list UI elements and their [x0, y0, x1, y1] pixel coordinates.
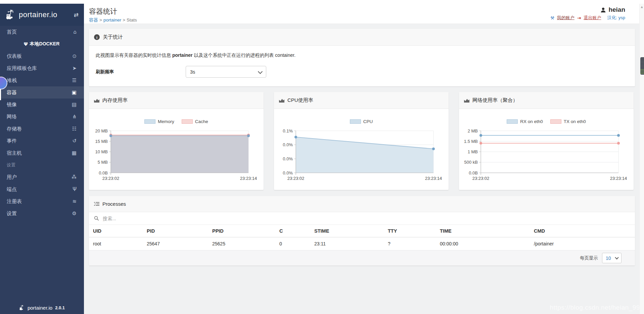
footer-logo-text: portainer.io [28, 305, 52, 311]
dashboard-icon: ⊙ [72, 53, 77, 59]
column-header-pid[interactable]: PID [143, 225, 208, 237]
sidebar-item-host[interactable]: 宿主机▦ [0, 147, 84, 159]
column-header-cmd[interactable]: CMD [530, 225, 635, 237]
svg-text:23:23:14: 23:23:14 [425, 176, 442, 181]
sidebar-item-label: 用户 [7, 174, 17, 181]
memory-usage-panel: 内存使用率 MemoryCache 20 MB15 MB10 MB5 MB0.0… [89, 92, 264, 190]
column-header-ppid[interactable]: PPID [208, 225, 275, 237]
browser-extension-handle[interactable] [640, 57, 644, 75]
network-icon: ⋔ [72, 114, 77, 120]
table-body: root2564725625023:11?00:00:00/portainer [89, 237, 635, 250]
sidebar-section-label: 设置 [0, 159, 84, 171]
legend-item: CPU [350, 119, 373, 124]
sidebar-item-images[interactable]: 镜像▤ [0, 99, 84, 111]
area-chart-icon [279, 98, 284, 103]
svg-text:23:23:02: 23:23:02 [102, 176, 120, 181]
network-chart: 2 MB1.5 MB1 MB500 kB0.0B23:23:0223:23:14 [459, 126, 634, 184]
user-links-row: ⚒ 我的账户 ⇥ 退出账户 汉化: ysp [550, 15, 625, 21]
sidebar-item-templates[interactable]: 应用模板仓库➤ [0, 62, 84, 74]
history-icon: ↺ [72, 138, 77, 144]
network-panel-header: 网络使用率（聚合） [459, 92, 634, 109]
gear-icon: ⚙ [72, 210, 77, 217]
svg-text:23:23:02: 23:23:02 [472, 176, 490, 181]
rocket-icon: ➤ [72, 65, 77, 71]
column-header-stime[interactable]: STIME [310, 225, 384, 237]
info-icon: i [94, 34, 100, 40]
sidebar-item-label: 存储卷 [7, 126, 22, 132]
chart-legend: CPU [274, 119, 449, 124]
sidebar-item-label: 首页 [7, 29, 17, 35]
content-area: i 关于统计 此视图显示有关容器的实时统计信息 portainer 以及这个系统… [84, 24, 644, 314]
scrollbar-up-arrow-icon[interactable]: ▲ [640, 4, 644, 8]
breadcrumb-link-containers[interactable]: 容器 [89, 17, 98, 23]
sidebar-item-dashboard[interactable]: 仪表板⊙ [0, 50, 84, 62]
page-size-label: 每页显示 [580, 255, 598, 261]
sidebar-item-events[interactable]: 事件↺ [0, 135, 84, 147]
sidebar-item-endpoints[interactable]: 端点Ψ [0, 183, 84, 195]
sidebar-item-settings[interactable]: 设置⚙ [0, 207, 84, 220]
processes-panel: Processes UIDPIDPPIDCSTIMETTYTIMECMD roo… [89, 196, 635, 266]
table-header-row: UIDPIDPPIDCSTIMETTYTIMECMD [89, 225, 635, 237]
sidebar-item-containers[interactable]: 容器▣ [0, 86, 84, 99]
sidebar-item-volumes[interactable]: 存储卷☷ [0, 123, 84, 135]
username: heian [608, 6, 625, 13]
sidebar-item-users[interactable]: 用户⁂ [0, 171, 84, 183]
column-header-tty[interactable]: TTY [384, 225, 436, 237]
search-input[interactable] [102, 215, 630, 222]
svg-text:0.0B: 0.0B [99, 170, 108, 175]
endpoint-plug-icon: Ψ [73, 186, 77, 192]
table-cell: /portainer [530, 237, 635, 250]
breadcrumb-link-container[interactable]: portainer [103, 17, 121, 23]
table-cell: root [89, 237, 143, 250]
sidebar-item-label: 本地DOCKER [30, 41, 60, 47]
refresh-rate-label: 刷新频率 [96, 69, 186, 75]
memory-panel-title: 内存使用率 [102, 97, 128, 104]
main-area: 容器统计 容器>portainer>Stats heian ⚒ 我的账户 ⇥ 退… [84, 4, 644, 314]
sidebar-item-label: 宿主机 [7, 150, 22, 156]
processes-panel-title: Processes [102, 201, 126, 207]
search-icon [94, 216, 99, 221]
logout-link[interactable]: 退出账户 [584, 15, 601, 21]
sidebar-item-label: 应用模板仓库 [7, 65, 37, 72]
my-account-link[interactable]: 我的账户 [557, 15, 574, 21]
svg-text:0.0%: 0.0% [283, 156, 293, 161]
about-stats-panel: i 关于统计 此视图显示有关容器的实时统计信息 portainer 以及这个系统… [89, 29, 635, 86]
sidebar-item-home[interactable]: 首页⌂ [0, 26, 84, 38]
sidebar-item-networks[interactable]: 网络⋔ [0, 111, 84, 123]
page-size-select[interactable]: 10 [602, 253, 622, 263]
sidebar-toggle-icon[interactable]: ⇄ [74, 11, 79, 18]
floating-plugin-bar [0, 89, 1, 100]
legend-swatch [550, 119, 561, 124]
sidebar-item-label: 堆栈 [7, 77, 17, 84]
column-header-time[interactable]: TIME [436, 225, 530, 237]
sidebar-item-registries[interactable]: 注册表≋ [0, 195, 84, 207]
charts-row: 内存使用率 MemoryCache 20 MB15 MB10 MB5 MB0.0… [89, 92, 635, 190]
sidebar-item-label: 网络 [7, 114, 17, 120]
column-header-uid[interactable]: UID [89, 225, 143, 237]
about-panel-title: 关于统计 [103, 34, 123, 40]
table-cell: 25647 [143, 237, 208, 250]
column-header-c[interactable]: C [275, 225, 310, 237]
cpu-panel-header: CPU使用率 [274, 92, 449, 109]
sidebar-footer: portainer.io 2.0.1 [0, 305, 84, 311]
host-icon: ▦ [72, 150, 77, 156]
breadcrumb-separator: > [99, 17, 102, 23]
legend-item: RX on eth0 [507, 119, 543, 124]
browser-scrollbar[interactable]: ▲ [639, 4, 644, 314]
sidebar: portainer.io ⇄ 首页⌂Ψ本地DOCKER仪表板⊙应用模板仓库➤堆栈… [0, 4, 84, 314]
sidebar-item-label: 端点 [7, 186, 17, 193]
registry-icon: ≋ [72, 198, 77, 204]
legend-swatch [350, 119, 361, 124]
app-logo-text: portainer.io [19, 10, 57, 19]
cpu-chart: 0.1%0.0%0.0%0.0%23:23:0223:23:14 [274, 126, 449, 184]
legend-label: Memory [158, 119, 174, 124]
svg-text:23:23:02: 23:23:02 [287, 176, 305, 181]
refresh-rate-row: 刷新频率 3s [96, 66, 628, 78]
refresh-select-wrap: 3s [186, 66, 266, 78]
memory-chart: 20 MB15 MB10 MB5 MB0.0B23:23:0223:23:14 [89, 126, 264, 184]
refresh-rate-select[interactable]: 3s [186, 66, 266, 78]
page-size-select-wrap: 10 [602, 253, 622, 263]
sidebar-item-stacks[interactable]: 堆栈☰ [0, 74, 84, 86]
breadcrumb-separator: > [123, 17, 125, 23]
sidebar-item-endpoint[interactable]: Ψ本地DOCKER [0, 38, 84, 50]
